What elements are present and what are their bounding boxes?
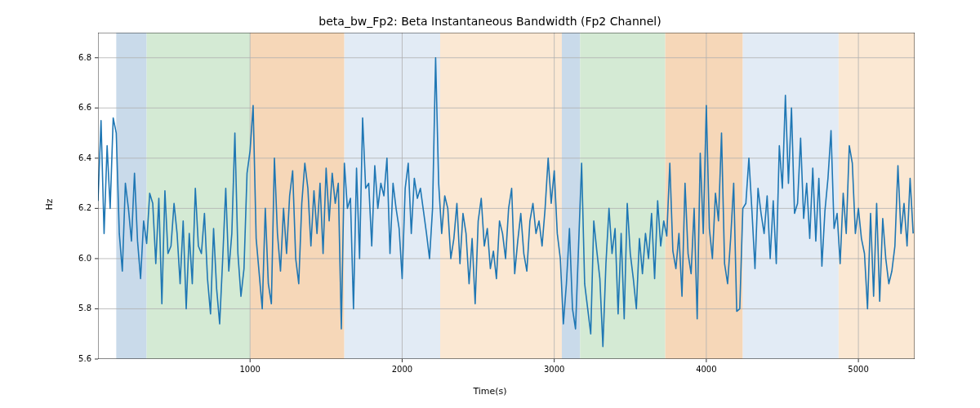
chart-title: beta_bw_Fp2: Beta Instantaneous Bandwidt… (0, 15, 980, 28)
plot-area (98, 33, 915, 359)
region-band (839, 33, 915, 359)
y-axis-label: Hz (41, 0, 57, 408)
y-tick-label: 5.8 (78, 304, 91, 313)
figure: beta_bw_Fp2: Beta Instantaneous Bandwidt… (0, 0, 980, 408)
y-tick-label: 6.8 (78, 53, 91, 62)
x-axis-label: Time(s) (0, 386, 980, 397)
region-band (580, 33, 665, 359)
x-tick-label: 4000 (696, 365, 716, 374)
y-tick-label: 6.4 (78, 153, 91, 162)
region-band (116, 33, 146, 359)
region-band (147, 33, 251, 359)
region-band (440, 33, 562, 359)
y-tick-label: 6.6 (78, 103, 91, 112)
x-tick-label: 3000 (544, 365, 564, 374)
x-tick-label: 2000 (392, 365, 412, 374)
y-tick-label: 6.2 (78, 203, 91, 212)
x-tick-label: 5000 (848, 365, 868, 374)
axes (98, 33, 915, 359)
y-tick-label: 6.0 (78, 254, 91, 263)
x-tick-label: 1000 (239, 365, 260, 374)
y-tick-label: 5.6 (78, 354, 91, 363)
